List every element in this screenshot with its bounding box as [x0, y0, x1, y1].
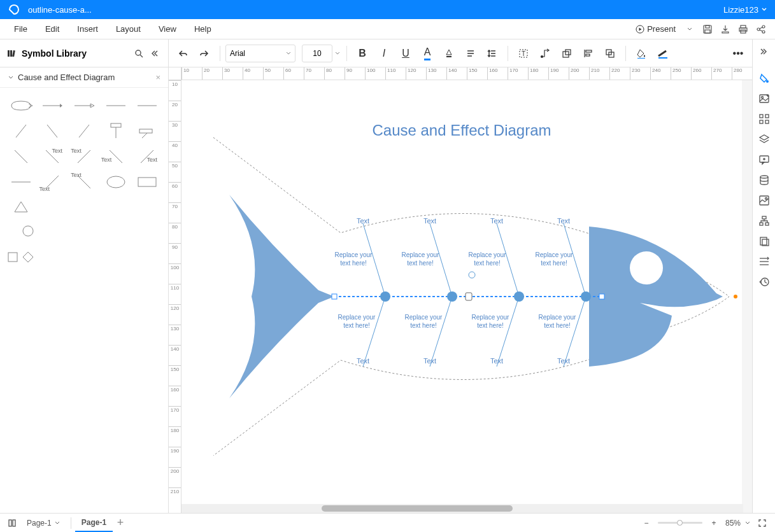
bone-label-top-1[interactable]: Text — [357, 217, 369, 225]
font-size-select[interactable]: 10 — [302, 45, 332, 62]
zoom-out-button[interactable]: − — [639, 515, 654, 531]
clipboard-panel-icon[interactable] — [755, 232, 774, 251]
align-button[interactable] — [460, 43, 481, 64]
shape-ellipse[interactable] — [101, 171, 131, 193]
font-select[interactable]: Arial — [225, 45, 295, 62]
bone-text-top-4[interactable]: Replace your text here! — [535, 251, 573, 267]
bone-text-bot-2[interactable]: Replace your text here! — [404, 313, 443, 330]
bone-label-top-3[interactable]: Text — [490, 217, 503, 225]
collapse-sidebar-button[interactable] — [146, 46, 162, 61]
redo-button[interactable] — [194, 43, 215, 64]
image-panel-icon[interactable] — [755, 89, 774, 108]
print-icon[interactable] — [734, 20, 752, 38]
fullscreen-button[interactable] — [755, 515, 770, 531]
bone-text-top-3[interactable]: Replace your text here! — [468, 251, 506, 267]
more-button[interactable]: ••• — [728, 43, 748, 64]
insert-panel-icon[interactable] — [755, 191, 774, 210]
bold-button[interactable]: B — [352, 43, 373, 64]
comments-panel-icon[interactable] — [755, 150, 774, 169]
italic-button[interactable]: I — [374, 43, 394, 64]
line-style-button[interactable] — [653, 43, 673, 64]
shape-square[interactable] — [6, 251, 19, 263]
history-panel-icon[interactable] — [755, 272, 774, 291]
fishbone-diagram[interactable] — [181, 106, 742, 487]
save-icon[interactable] — [699, 20, 716, 38]
page-list-button[interactable] — [5, 515, 20, 531]
zoom-slider[interactable] — [658, 522, 702, 524]
shape-sub-bone-text3[interactable]: Text — [101, 145, 131, 168]
user-menu[interactable]: Lizzie123 — [723, 5, 767, 15]
shape-line-text1[interactable] — [6, 171, 36, 193]
shape-bone-up[interactable] — [6, 120, 36, 143]
group-button[interactable] — [600, 43, 620, 64]
font-size-dropdown[interactable] — [334, 51, 341, 56]
shape-bone-up2[interactable] — [69, 120, 99, 143]
present-button[interactable]: Present — [630, 24, 681, 34]
shape-diamond[interactable] — [22, 251, 34, 263]
shape-bone-box2[interactable] — [132, 120, 162, 143]
bone-label-top-4[interactable]: Text — [557, 217, 570, 225]
shape-bone-box[interactable] — [101, 120, 131, 143]
shape-line2[interactable] — [132, 94, 162, 117]
app-logo[interactable] — [8, 3, 20, 16]
undo-button[interactable] — [173, 43, 193, 64]
menu-help[interactable]: Help — [185, 19, 220, 39]
theme-panel-icon[interactable] — [755, 69, 774, 88]
shape-sub-bone-text1[interactable]: Text — [38, 145, 68, 168]
share-icon[interactable] — [752, 20, 770, 38]
bone-text-bot-3[interactable]: Replace your text here! — [471, 313, 509, 330]
expand-right-panel-button[interactable] — [755, 42, 774, 61]
bone-text-top-2[interactable]: Replace your text here! — [401, 251, 439, 267]
menu-file[interactable]: File — [5, 19, 36, 39]
bone-label-bot-1[interactable]: Text — [357, 357, 369, 365]
shape-sub-bone-text4[interactable]: Text — [132, 145, 162, 168]
highlight-button[interactable] — [439, 43, 459, 64]
page-tab-1[interactable]: Page-1 — [75, 514, 113, 532]
add-page-button[interactable]: + — [113, 515, 128, 531]
menu-view[interactable]: View — [150, 19, 185, 39]
shape-bone-down[interactable] — [38, 120, 68, 143]
outline-panel-icon[interactable] — [755, 211, 774, 230]
bone-text-bot-4[interactable]: Replace your text here! — [538, 313, 576, 330]
navigator-panel-icon[interactable] — [755, 252, 774, 271]
menu-edit[interactable]: Edit — [36, 19, 68, 39]
shape-line-text3[interactable]: Text — [69, 171, 99, 193]
bone-label-top-2[interactable]: Text — [423, 217, 436, 225]
bone-label-bot-3[interactable]: Text — [490, 357, 503, 365]
align-objects-button[interactable] — [578, 43, 599, 64]
bone-text-top-1[interactable]: Replace your text here! — [334, 251, 373, 267]
underline-button[interactable]: U — [395, 43, 416, 64]
bone-label-bot-4[interactable]: Text — [557, 357, 570, 365]
search-library-button[interactable] — [131, 46, 146, 61]
menu-insert[interactable]: Insert — [68, 19, 107, 39]
data-panel-icon[interactable] — [755, 171, 774, 190]
shape-rect[interactable] — [132, 171, 162, 193]
shape-circle[interactable] — [6, 221, 36, 244]
canvas-page[interactable]: Cause and Effect Diagram — [181, 80, 742, 513]
export-icon[interactable] — [716, 20, 734, 38]
shape-category[interactable]: Cause and Effect Diagram × — [0, 67, 168, 88]
shape-triangle[interactable] — [6, 196, 36, 219]
shape-fishhead[interactable] — [6, 94, 36, 117]
shape-sub-bone-text2[interactable]: Text — [69, 145, 99, 168]
text-color-button[interactable]: A — [417, 43, 437, 64]
zoom-dropdown[interactable] — [744, 520, 751, 526]
fill-button[interactable] — [631, 43, 651, 64]
horizontal-scrollbar[interactable] — [181, 504, 743, 513]
present-dropdown[interactable] — [681, 20, 699, 38]
shape-sub-bone1[interactable] — [6, 145, 36, 168]
zoom-in-button[interactable]: + — [706, 515, 722, 531]
grid-panel-icon[interactable] — [755, 109, 774, 129]
bone-label-bot-2[interactable]: Text — [423, 357, 436, 365]
connector-button[interactable] — [535, 43, 555, 64]
close-category-icon[interactable]: × — [155, 73, 160, 82]
shape-line[interactable] — [101, 94, 131, 117]
menu-layout[interactable]: Layout — [107, 19, 150, 39]
shape-spine-arrow[interactable] — [38, 94, 68, 117]
shape-tool-button[interactable] — [557, 43, 577, 64]
text-tool-button[interactable]: T — [513, 43, 534, 64]
layers-panel-icon[interactable] — [755, 130, 774, 149]
page-dropdown[interactable]: Page-1 — [20, 514, 67, 532]
shape-line-text2[interactable]: Text — [38, 171, 68, 193]
shape-spine-double[interactable] — [69, 94, 99, 117]
